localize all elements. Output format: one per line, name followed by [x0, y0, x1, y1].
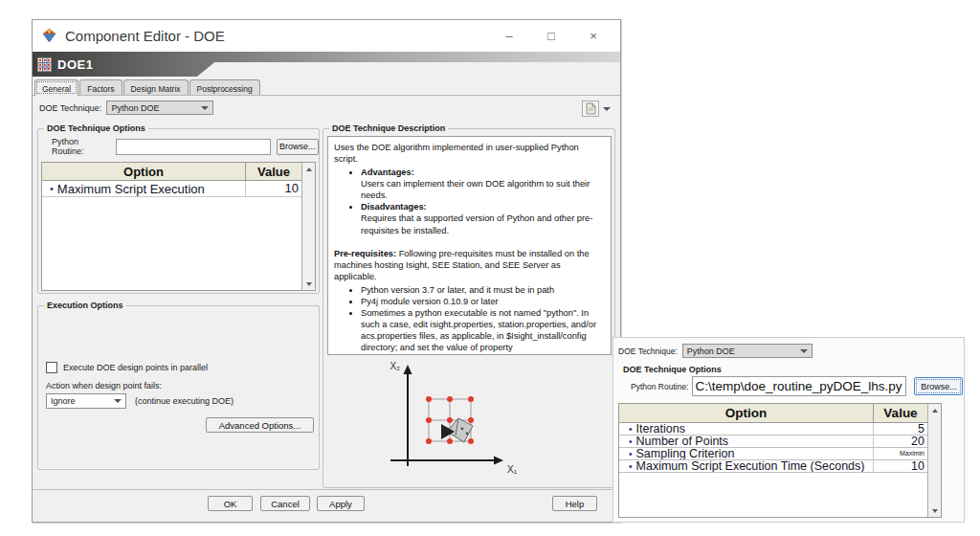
- table-scrollbar[interactable]: [301, 163, 315, 290]
- option-label: Iterations: [636, 423, 685, 435]
- titlebar: Component Editor - DOE – □ ×: [33, 20, 620, 52]
- app-logo-icon: [41, 28, 57, 44]
- doe-technique-options-group: DOE Technique Options Python Routine: Br…: [37, 128, 320, 294]
- python-routine-input[interactable]: C:\temp\doe_routine_pyDOE_lhs.py: [692, 376, 906, 396]
- tree-bullet-icon: •: [629, 449, 633, 459]
- component-editor-dialog: Component Editor - DOE – □ × DOE1 Genera…: [32, 19, 621, 523]
- tab-divider: [33, 95, 620, 96]
- column-header-value[interactable]: Value: [874, 404, 927, 422]
- action-on-fail-label: Action when design point fails:: [46, 381, 162, 391]
- column-header-option[interactable]: Option: [42, 163, 246, 180]
- disadvantages-item: Disadvantages: Requires that a supported…: [361, 201, 605, 235]
- doe-technique-label: DOE Technique:: [618, 346, 678, 356]
- chevron-down-icon: [114, 399, 122, 403]
- scroll-up-icon[interactable]: [302, 163, 315, 175]
- browse-button[interactable]: Browse...: [914, 377, 963, 395]
- description-text-area[interactable]: Uses the DOE algorithm implemented in us…: [327, 136, 612, 355]
- tab-design-matrix[interactable]: Design Matrix: [123, 79, 189, 96]
- tree-bullet-icon: •: [629, 436, 633, 447]
- chevron-down-icon: [201, 106, 209, 110]
- options-table: Option Value • Iterations 5 • Number of …: [618, 403, 942, 518]
- table-row[interactable]: • Maximum Script Execution Time (Seconds…: [619, 460, 927, 473]
- chevron-down-icon: [800, 349, 808, 353]
- parallel-execution-checkbox[interactable]: [46, 362, 57, 373]
- prerequisites-paragraph: Pre-requisites: Following pre-requisites…: [334, 248, 605, 282]
- action-note: (continue executing DOE): [135, 396, 234, 406]
- tree-bullet-icon: •: [629, 461, 633, 472]
- table-scrollbar[interactable]: [927, 404, 941, 517]
- tab-postprocessing[interactable]: Postprocessing: [189, 79, 260, 96]
- group-title: DOE Technique Description: [329, 123, 448, 133]
- scroll-down-icon[interactable]: [928, 504, 941, 517]
- help-button[interactable]: Help: [552, 496, 597, 511]
- doe-options-detail-panel: DOE Technique: Python DOE DOE Technique …: [612, 337, 965, 523]
- group-title: DOE Technique Options: [623, 365, 722, 374]
- y-axis-label: X₂: [390, 361, 400, 371]
- chevron-down-icon: [603, 107, 611, 111]
- table-row[interactable]: • Number of Points 20: [619, 436, 927, 448]
- python-routine-label: Python Routine:: [631, 382, 688, 391]
- x-axis-label: X₁: [507, 464, 518, 475]
- window-title: Component Editor - DOE: [65, 28, 225, 44]
- component-banner: DOE1: [33, 52, 620, 77]
- apply-button[interactable]: Apply: [317, 496, 365, 511]
- option-label: Maximum Script Execution: [57, 182, 205, 196]
- option-value[interactable]: Maximin: [874, 448, 927, 459]
- option-label: Maximum Script Execution Time (Seconds): [636, 460, 865, 472]
- table-row[interactable]: • Iterations 5: [619, 423, 927, 436]
- option-label: Sampling Criterion: [636, 448, 735, 459]
- tree-bullet-icon: •: [50, 183, 54, 194]
- tree-bullet-icon: •: [629, 424, 633, 435]
- tab-bar: General Factors Design Matrix Postproces…: [34, 79, 260, 96]
- tab-general[interactable]: General: [34, 79, 78, 96]
- option-value[interactable]: 5: [874, 423, 927, 435]
- group-title: Execution Options: [44, 301, 126, 310]
- close-button[interactable]: ×: [574, 20, 612, 51]
- footer-divider: [33, 489, 620, 490]
- ok-button[interactable]: OK: [208, 496, 253, 511]
- option-value[interactable]: 20: [874, 436, 927, 447]
- footer-buttons: OK Cancel Apply Help: [33, 496, 620, 515]
- document-icon: [586, 102, 596, 115]
- doe-matrix-icon: [37, 57, 52, 72]
- parallel-execution-label: Execute DOE design points in parallel: [63, 363, 208, 372]
- doe-technique-select[interactable]: Python DOE: [106, 100, 213, 115]
- minimize-button[interactable]: –: [490, 20, 528, 51]
- python-routine-label: Python Routine:: [52, 137, 111, 156]
- doe-sampling-diagram: X₂ X₁: [350, 359, 551, 485]
- prereq-item: Py4j module version 0.10.9 or later: [361, 296, 605, 307]
- scroll-up-icon[interactable]: [928, 404, 941, 416]
- action-on-fail-value: Ignore: [51, 396, 76, 406]
- doe-technique-value: Python DOE: [111, 103, 159, 113]
- column-header-option[interactable]: Option: [619, 404, 874, 422]
- python-routine-input[interactable]: [116, 139, 271, 155]
- browse-button[interactable]: Browse...: [277, 139, 319, 155]
- option-value[interactable]: 10: [246, 181, 301, 196]
- scroll-down-icon[interactable]: [302, 278, 315, 290]
- die-icon: [441, 418, 473, 442]
- template-menu-dropdown[interactable]: [601, 104, 612, 114]
- component-name: DOE1: [57, 57, 93, 72]
- action-on-fail-select[interactable]: Ignore: [46, 393, 126, 409]
- advantages-item: Advantages: Users can implement their ow…: [361, 167, 605, 201]
- template-document-button[interactable]: [582, 100, 599, 117]
- cancel-button[interactable]: Cancel: [260, 496, 310, 511]
- tab-factors[interactable]: Factors: [79, 79, 122, 96]
- column-header-value[interactable]: Value: [246, 163, 301, 180]
- doe-technique-select[interactable]: Python DOE: [682, 344, 813, 358]
- prereq-item: Sometimes a python executable is not nam…: [361, 307, 605, 355]
- description-intro: Uses the DOE algorithm implemented in us…: [334, 142, 605, 165]
- group-title: DOE Technique Options: [44, 123, 148, 133]
- option-label: Number of Points: [636, 436, 729, 447]
- table-row[interactable]: • Maximum Script Execution 10: [42, 181, 301, 197]
- prereq-item: Python version 3.7 or later, and it must…: [361, 284, 605, 296]
- options-table: Option Value • Maximum Script Execution …: [41, 162, 316, 291]
- doe-technique-label: DOE Technique:: [39, 103, 101, 113]
- maximize-button[interactable]: □: [532, 20, 570, 51]
- doe-technique-value: Python DOE: [687, 346, 735, 356]
- execution-options-group: Execution Options Execute DOE design poi…: [37, 305, 320, 470]
- doe-technique-description-group: DOE Technique Description Uses the DOE a…: [323, 128, 615, 488]
- option-value[interactable]: 10: [874, 460, 927, 472]
- table-row[interactable]: • Sampling Criterion Maximin: [619, 448, 927, 460]
- advanced-options-button[interactable]: Advanced Options...: [206, 417, 314, 433]
